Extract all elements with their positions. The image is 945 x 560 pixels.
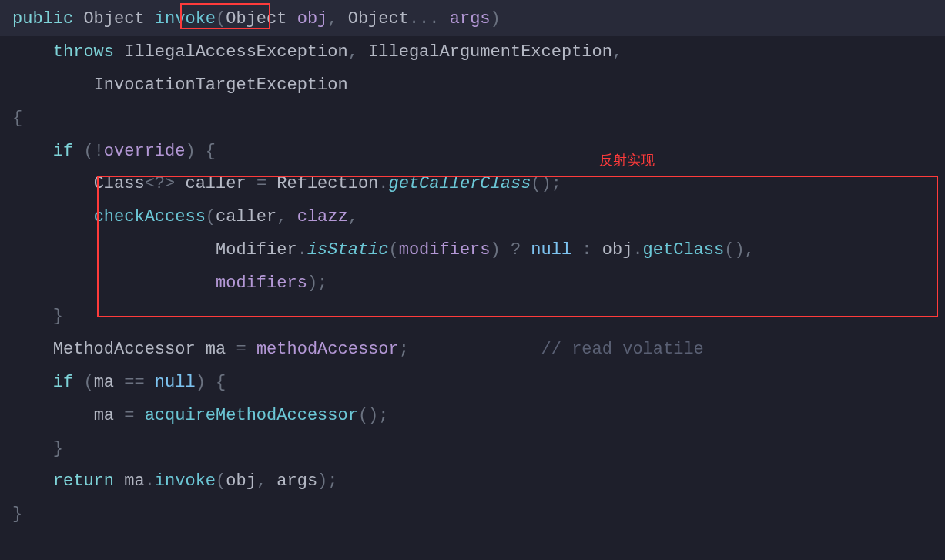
comment-read-volatile: // read volatile (541, 340, 704, 359)
code-line-16: } (0, 498, 945, 531)
code-line-15: return ma.invoke(obj, args); (0, 465, 945, 498)
code-line-2: throws IllegalAccessException, IllegalAr… (0, 36, 945, 69)
code-line-8: Modifier.isStatic(modifiers) ? null : ob… (0, 234, 945, 267)
annotation-label: 反射实现 (599, 148, 655, 175)
code-line-12: if (ma == null) { (0, 367, 945, 400)
code-line-5: if (!override) { (0, 136, 945, 169)
code-editor: public Object invoke(Object obj, Object.… (0, 0, 945, 560)
code-line-14: } (0, 433, 945, 466)
code-line-1: public Object invoke(Object obj, Object.… (0, 0, 945, 36)
code-line-13: ma = acquireMethodAccessor(); (0, 400, 945, 433)
type-object: Object (83, 9, 144, 29)
code-line-9: modifiers); (0, 267, 945, 300)
code-line-11: MethodAccessor ma = methodAccessor; // r… (0, 334, 945, 367)
code-line-6: Class<?> caller = Reflection.getCallerCl… (0, 168, 945, 201)
keyword-public: public (12, 9, 73, 29)
code-line-7: checkAccess(caller, clazz, (0, 201, 945, 234)
code-line-3: InvocationTargetException (0, 69, 945, 102)
method-name-invoke: invoke (155, 9, 216, 29)
code-line-4: { (0, 102, 945, 136)
code-line-10: } (0, 300, 945, 334)
